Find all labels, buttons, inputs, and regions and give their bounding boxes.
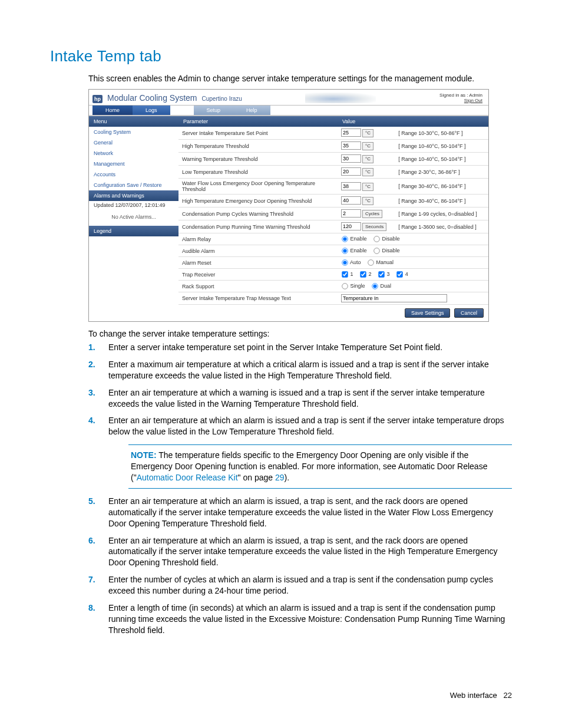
tab-home[interactable]: Home [92, 106, 133, 115]
sidebar-alarms-head: Alarms and Warnings [89, 190, 178, 201]
step-3: Enter an air temperature at which a warn… [88, 387, 512, 410]
unit-box: °C [362, 168, 373, 176]
embedded-screenshot: hp Modular Cooling System Cupertino Iraz… [88, 89, 489, 322]
param-label: High Temperature Emergency Door Opening … [178, 195, 338, 207]
table-row: Audible Alarm Enable Disable [178, 245, 488, 257]
sidebar-item-network[interactable]: Network [89, 148, 178, 159]
signin-block: Signed in as : Admin Sign Out [439, 93, 482, 103]
step-6: Enter an air temperature at which an ala… [88, 535, 512, 569]
opt-label: Enable [351, 236, 367, 242]
range-text: [ Range 2-30°C, 36-86°F ] [395, 166, 488, 179]
note-page-link[interactable]: 29 [275, 473, 285, 482]
sidebar-item-cooling[interactable]: Cooling System [89, 127, 178, 137]
note-text-2: " on page [238, 473, 275, 482]
table-row: Condensation Pump Cycles Warning Thresho… [178, 207, 488, 220]
alarm-relay-disable[interactable] [373, 236, 379, 242]
hightemp-door-input[interactable] [341, 196, 361, 205]
rack-single[interactable] [342, 283, 348, 289]
save-settings-button[interactable]: Save Settings [405, 308, 451, 318]
alarms-updated-text: Updated 12/07/2007, 12:01:49 [89, 202, 178, 208]
sidebar-item-config[interactable]: Configuration Save / Restore [89, 180, 178, 190]
reset-manual[interactable] [368, 259, 373, 265]
param-label: Audible Alarm [178, 245, 338, 257]
opt-label: Manual [376, 259, 394, 265]
note-link[interactable]: Automatic Door Release Kit [137, 473, 238, 482]
param-label: Rack Support [178, 281, 338, 292]
param-label: Water Flow Loss Emergency Door Opening T… [178, 179, 338, 195]
step-7: Enter the number of cycles at which an a… [88, 574, 512, 597]
col-value: Value [338, 116, 488, 127]
warntemp-input[interactable] [341, 154, 361, 163]
sidebar: Menu Cooling System General Network Mana… [89, 116, 178, 321]
page-footer: Web interface 22 [450, 691, 512, 700]
param-label: Alarm Reset [178, 257, 338, 269]
reset-auto[interactable] [342, 259, 348, 265]
range-text: [ Range 10-40°C, 50-104°F ] [395, 153, 488, 166]
table-row: Alarm Reset Auto Manual [178, 257, 488, 269]
opt-label: Disable [382, 236, 400, 242]
lowtemp-input[interactable] [341, 167, 361, 176]
intro-text: This screen enables the Admin to change … [88, 74, 512, 83]
param-label: Server Intake Temperature Set Point [178, 127, 338, 140]
sidebar-menu-head: Menu [89, 116, 178, 127]
hp-logo-icon: hp [92, 95, 103, 103]
param-label: Condensation Pump Running Time Warning T… [178, 220, 338, 233]
note-text-3: ). [285, 473, 290, 482]
pumpcycles-input[interactable] [341, 209, 361, 218]
range-text: [ Range 1-99 cycles, 0=disabled ] [395, 207, 488, 220]
hightemp-input[interactable] [341, 141, 361, 150]
cancel-button[interactable]: Cancel [454, 308, 484, 318]
table-row: High Temperature Threshold°C[ Range 10-4… [178, 140, 488, 153]
param-label: Server Intake Temperature Trap Message T… [178, 292, 338, 305]
table-row: Server Intake Temperature Set Point°C[ R… [178, 127, 488, 140]
trap-3[interactable] [378, 271, 384, 277]
alarm-relay-enable[interactable] [342, 236, 348, 242]
steps-lead: To change the server intake temperature … [88, 329, 512, 338]
signout-link[interactable]: Sign Out [464, 98, 482, 103]
step-5: Enter an air temperature at which an ala… [88, 496, 512, 529]
step-2: Enter a maximum air temperature at which… [88, 359, 512, 381]
step-4: Enter an air temperature at which an ala… [88, 415, 512, 488]
tab-help[interactable]: Help [233, 106, 270, 115]
range-text: [ Range 30-40°C, 86-104°F ] [395, 195, 488, 207]
trap-2[interactable] [360, 271, 366, 277]
param-label: Trap Receiver [178, 269, 338, 281]
range-text: [ Range 1-3600 sec, 0=disabled ] [395, 220, 488, 233]
waterflow-input[interactable] [341, 182, 361, 190]
note-label: NOTE: [131, 450, 157, 460]
table-row: Trap Receiver 1 2 3 4 [178, 269, 488, 281]
col-parameter: Parameter [178, 116, 338, 127]
sidebar-legend-head: Legend [89, 226, 178, 236]
step-1: Enter a server intake temperature set po… [88, 342, 512, 353]
trap-1[interactable] [342, 271, 348, 277]
footer-page: 22 [504, 691, 512, 700]
unit-box: °C [362, 197, 373, 205]
tab-setup[interactable]: Setup [194, 106, 234, 115]
audible-disable[interactable] [373, 248, 379, 253]
unit-box: °C [362, 183, 373, 191]
tab-logs[interactable]: Logs [133, 106, 170, 115]
setpoint-input[interactable] [341, 129, 361, 137]
sidebar-item-accounts[interactable]: Accounts [89, 169, 178, 180]
sidebar-item-management[interactable]: Management [89, 159, 178, 169]
page-title: Intake Temp tab [50, 47, 512, 65]
chk-label: 1 [351, 271, 353, 277]
param-label: Low Temperature Threshold [178, 166, 338, 179]
unit-box: Cycles [362, 210, 382, 218]
audible-enable[interactable] [342, 248, 348, 253]
steps-list: Enter a server intake temperature set po… [88, 342, 512, 636]
nav-tabs: Home Logs Setup Help [89, 106, 488, 116]
trap-4[interactable] [396, 271, 402, 277]
trap-msg-input[interactable] [341, 294, 447, 302]
step-4-text: Enter an air temperature at which an ala… [108, 416, 504, 436]
chk-label: 4 [405, 271, 408, 277]
table-row: Water Flow Loss Emergency Door Opening T… [178, 179, 488, 195]
parameter-table: Parameter Value Server Intake Temperatur… [178, 116, 488, 305]
param-label: Alarm Relay [178, 233, 338, 245]
step-8: Enter a length of time (in seconds) at w… [88, 602, 512, 636]
sidebar-item-general[interactable]: General [89, 137, 178, 148]
pumptime-input[interactable] [341, 222, 361, 230]
rack-dual[interactable] [372, 283, 378, 289]
range-text: [ Range 30-40°C, 86-104°F ] [395, 179, 488, 195]
opt-label: Disable [382, 248, 400, 253]
